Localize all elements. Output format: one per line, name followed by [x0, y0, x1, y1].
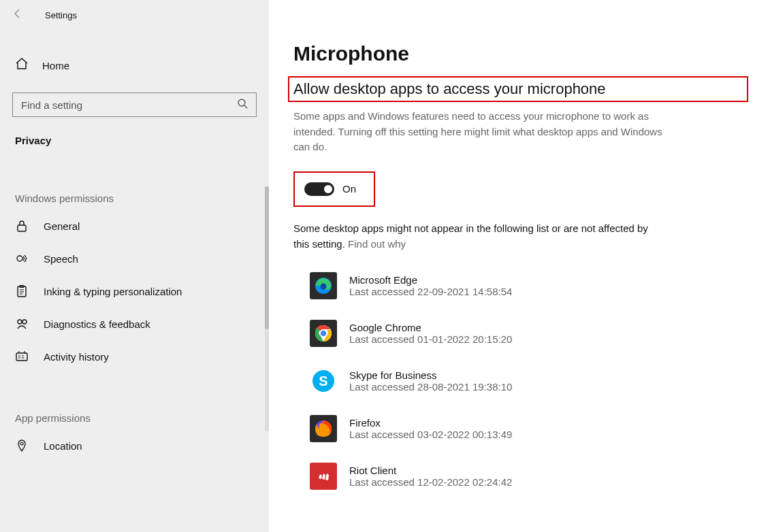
sidebar-item-activity[interactable]: Activity history [0, 340, 269, 373]
svg-point-8 [20, 442, 23, 445]
app-title: Settings [45, 10, 77, 20]
note-text: Some desktop apps might not appear in th… [293, 222, 648, 250]
app-accessed: Last accessed 01-01-2022 20:15:20 [349, 333, 512, 345]
toggle-knob [324, 185, 332, 193]
app-accessed: Last accessed 03-02-2022 00:13:49 [349, 429, 512, 440]
location-icon [15, 439, 29, 452]
app-row-skype: S Skype for Business Last accessed 28-08… [310, 367, 743, 395]
svg-point-0 [238, 99, 245, 106]
sidebar-item-label: Inking & typing personalization [44, 286, 182, 297]
section-app-permissions: App permissions [0, 395, 269, 429]
microphone-access-toggle[interactable] [304, 182, 334, 196]
search-box[interactable] [12, 93, 257, 117]
section-windows-permissions: Windows permissions [0, 175, 269, 210]
svg-point-6 [22, 320, 27, 324]
svg-rect-7 [16, 353, 27, 361]
sidebar-item-label: Activity history [44, 351, 109, 363]
svg-rect-1 [18, 225, 26, 231]
app-accessed: Last accessed 22-09-2021 14:58:54 [349, 286, 512, 297]
sidebar-item-speech[interactable]: Speech [0, 242, 269, 275]
app-row-edge: Microsoft Edge Last accessed 22-09-2021 … [310, 272, 743, 299]
search-input[interactable] [21, 99, 237, 111]
history-icon [15, 350, 29, 363]
clipboard-icon [15, 284, 29, 298]
app-row-firefox: Firefox Last accessed 03-02-2022 00:13:4… [310, 415, 743, 442]
titlebar: Settings [0, 0, 269, 30]
desktop-apps-list: Microsoft Edge Last accessed 22-09-2021 … [293, 272, 743, 490]
lock-icon [15, 219, 29, 233]
app-accessed: Last accessed 12-02-2022 02:24:42 [349, 476, 512, 488]
svg-text:S: S [319, 373, 327, 388]
app-icon-firefox [310, 415, 337, 442]
svg-point-5 [18, 320, 22, 324]
app-icon-edge [310, 272, 337, 299]
home-label: Home [42, 60, 69, 71]
sidebar-item-location[interactable]: Location [0, 429, 269, 462]
app-row-chrome: Google Chrome Last accessed 01-01-2022 2… [310, 320, 743, 347]
highlight-toggle: On [293, 171, 375, 207]
page-title: Microphone [293, 42, 743, 65]
find-out-why-link[interactable]: Find out why [348, 238, 406, 250]
app-icon-chrome [310, 320, 337, 347]
sidebar-item-inking[interactable]: Inking & typing personalization [0, 275, 269, 307]
sidebar: Settings Home Privacy Windows permission… [0, 0, 269, 532]
app-name: Microsoft Edge [349, 274, 512, 286]
app-name: Skype for Business [349, 369, 512, 381]
highlight-section-heading: Allow desktop apps to access your microp… [288, 76, 748, 102]
sidebar-item-diagnostics[interactable]: Diagnostics & feedback [0, 307, 269, 340]
feedback-icon [15, 317, 29, 331]
app-icon-riot [310, 463, 337, 490]
category-label: Privacy [0, 117, 269, 153]
app-name: Firefox [349, 417, 512, 429]
search-icon [237, 98, 248, 112]
sidebar-item-label: Diagnostics & feedback [44, 318, 150, 330]
home-icon [15, 57, 29, 73]
app-row-riot: Riot Client Last accessed 12-02-2022 02:… [310, 463, 743, 490]
app-accessed: Last accessed 28-08-2021 19:38:10 [349, 381, 512, 393]
home-nav[interactable]: Home [0, 48, 269, 83]
app-name: Riot Client [349, 465, 512, 476]
app-icon-skype: S [310, 367, 337, 395]
main-content: Microphone Allow desktop apps to access … [269, 0, 770, 532]
section-heading: Allow desktop apps to access your microp… [293, 80, 743, 98]
sidebar-item-label: Speech [44, 253, 78, 265]
back-icon[interactable] [12, 8, 23, 22]
apps-note: Some desktop apps might not appear in th… [293, 220, 661, 252]
sidebar-item-general[interactable]: General [0, 210, 269, 242]
sidebar-item-label: Location [44, 440, 82, 452]
section-description: Some apps and Windows features need to a… [293, 109, 675, 155]
svg-point-2 [17, 256, 22, 261]
toggle-state-label: On [342, 183, 356, 195]
sidebar-item-label: General [44, 220, 80, 232]
speech-icon [15, 252, 29, 265]
svg-point-11 [321, 284, 327, 290]
app-name: Google Chrome [349, 322, 512, 333]
